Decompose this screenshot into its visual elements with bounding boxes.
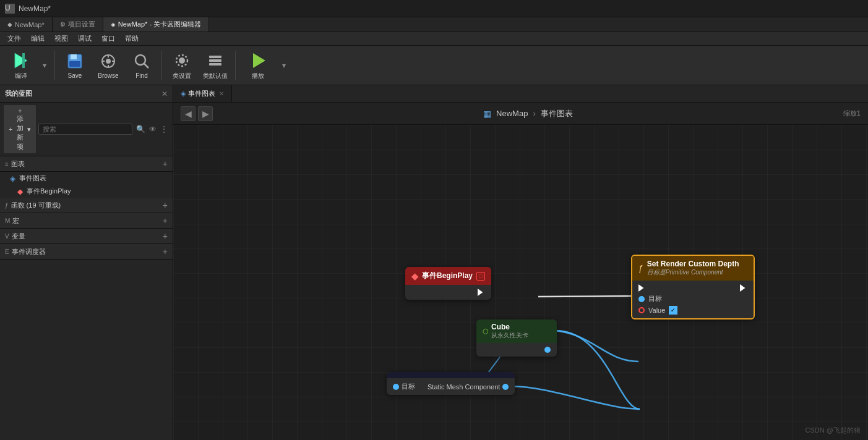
begin-play-node-icon: ◆ <box>411 271 418 281</box>
class-settings-button[interactable]: 类设置 <box>166 48 198 83</box>
svg-line-12 <box>144 64 148 68</box>
sidebar-item-begin-play[interactable]: ◆ 事件BeginPlay <box>0 185 173 198</box>
menu-debug[interactable]: 调试 <box>73 32 97 45</box>
sidebar-title: 我的蓝图 <box>5 89 32 98</box>
canvas-tab-event-graph[interactable]: ◈ 事件图表 ✕ <box>173 85 232 102</box>
cube-header: ⬡ Cube 从永久性关卡 <box>476 319 557 343</box>
play-button[interactable]: 播放 <box>239 48 277 83</box>
cube-title: Cube <box>491 323 528 331</box>
target-body: 目标 Static Mesh Component <box>387 378 515 395</box>
connection-lines <box>173 125 868 440</box>
menu-window[interactable]: 窗口 <box>97 32 120 45</box>
menu-help[interactable]: 帮助 <box>120 32 144 45</box>
set-render-exec-in <box>638 284 646 292</box>
begin-play-node-close[interactable]: □ <box>476 272 485 281</box>
settings-icon: ⚙ <box>60 21 66 28</box>
cube-titles: Cube 从永久性关卡 <box>491 323 528 340</box>
class-settings-icon <box>172 51 192 70</box>
section-variables[interactable]: V 变量 + <box>0 229 173 244</box>
begin-play-title: 事件BeginPlay <box>422 271 473 281</box>
set-render-value-row: Value ✓ <box>638 306 747 315</box>
play-dropdown[interactable]: ▾ <box>278 61 290 70</box>
play-icon <box>248 51 268 70</box>
begin-play-body <box>405 285 491 300</box>
tab-blueprint-editor[interactable]: ◈ NewMap* - 关卡蓝图编辑器 <box>103 17 209 32</box>
menu-bar: 文件 编辑 视图 调试 窗口 帮助 <box>0 32 868 46</box>
canvas-tab-close[interactable]: ✕ <box>219 90 224 97</box>
menu-file[interactable]: 文件 <box>2 32 26 45</box>
canvas-nav: ◀ ▶ ▦ NewMap › 事件图表 缩放1 <box>173 103 868 125</box>
class-settings-label: 类设置 <box>173 72 191 80</box>
section-macros[interactable]: M 宏 + <box>0 213 173 229</box>
canvas-tab-label: 事件图表 <box>188 89 215 98</box>
tab-project-settings[interactable]: ⚙ 项目设置 <box>53 17 103 32</box>
section-macros-add[interactable]: + <box>163 216 168 226</box>
sidebar-close-button[interactable]: ✕ <box>161 90 168 98</box>
set-render-subtitle: 目标是Primitive Component <box>647 268 739 277</box>
set-render-header: ƒ Set Render Custom Depth 目标是Primitive C… <box>632 256 754 281</box>
svg-point-11 <box>135 55 145 65</box>
node-target[interactable]: 目标 Static Mesh Component <box>387 372 515 395</box>
svg-rect-3 <box>71 54 77 59</box>
sidebar-header: 我的蓝图 ✕ <box>0 85 173 103</box>
add-new-button[interactable]: + + 添加新项 ▾ <box>4 105 36 153</box>
search-icon-btn[interactable]: 🔍 <box>135 124 147 135</box>
set-render-icon: ƒ <box>638 263 643 273</box>
main-area: 我的蓝图 ✕ + + 添加新项 ▾ 🔍 👁 ⋮ ≡ 图表 + ◈ 事件图表 <box>0 85 868 440</box>
set-render-target-pin <box>638 296 645 302</box>
section-functions-add[interactable]: + <box>163 200 168 210</box>
exec-out-pin <box>478 289 485 296</box>
node-begin-play[interactable]: ◆ 事件BeginPlay □ <box>405 267 491 300</box>
svg-point-6 <box>106 59 111 64</box>
node-cube[interactable]: ⬡ Cube 从永久性关卡 <box>476 319 557 357</box>
app-icon: U <box>5 4 15 14</box>
separator-1 <box>54 51 55 80</box>
compile-button[interactable]: 编译 <box>5 48 37 83</box>
section-event-dispatcher-add[interactable]: + <box>163 247 168 256</box>
class-defaults-label: 类默认值 <box>203 72 228 80</box>
breadcrumb-icon: ▦ <box>483 109 491 119</box>
sidebar-search-area: + + 添加新项 ▾ 🔍 👁 ⋮ <box>0 103 173 156</box>
section-graphs-add[interactable]: + <box>163 159 168 169</box>
section-variables-add[interactable]: + <box>163 231 168 241</box>
section-functions[interactable]: ƒ 函数 (19 可重载) + <box>0 198 173 213</box>
menu-view[interactable]: 视图 <box>49 32 73 45</box>
add-dropdown-icon: ▾ <box>27 125 31 133</box>
nav-arrows: ◀ ▶ <box>181 106 213 121</box>
toolbar: 编译 ▾ Save Browse <box>0 46 868 85</box>
separator-3 <box>235 51 236 80</box>
section-graphs[interactable]: ≡ 图表 + <box>0 156 173 172</box>
svg-point-13 <box>179 57 185 64</box>
sidebar-item-event-graph[interactable]: ◈ 事件图表 <box>0 172 173 185</box>
find-label: Find <box>135 72 147 79</box>
save-button[interactable]: Save <box>59 48 91 83</box>
node-set-render[interactable]: ƒ Set Render Custom Depth 目标是Primitive C… <box>631 255 755 319</box>
nav-back[interactable]: ◀ <box>181 106 196 121</box>
blueprint-icon: ◈ <box>111 21 116 28</box>
target-out-pin <box>502 384 509 390</box>
browse-button[interactable]: Browse <box>92 48 124 83</box>
blueprint-canvas[interactable]: ◆ 事件BeginPlay □ ƒ Set Render Custom Dept… <box>173 125 868 440</box>
class-defaults-button[interactable]: 类默认值 <box>199 48 231 83</box>
section-graphs-label: 图表 <box>11 159 163 169</box>
eye-icon-btn[interactable]: 👁 <box>148 124 158 135</box>
set-render-value-label: Value <box>648 307 665 314</box>
compile-label: 编译 <box>15 72 27 80</box>
save-icon <box>65 51 85 71</box>
options-icon-btn[interactable]: ⋮ <box>159 124 169 135</box>
compile-dropdown[interactable]: ▾ <box>38 61 51 70</box>
section-event-dispatcher[interactable]: E 事件调度器 + <box>0 244 173 260</box>
nav-forward[interactable]: ▶ <box>198 106 213 121</box>
tab-newmap[interactable]: ◆ NewMap* <box>0 17 53 32</box>
search-input[interactable] <box>38 124 132 135</box>
event-dispatcher-icon: E <box>5 248 9 255</box>
begin-play-label: 事件BeginPlay <box>27 187 71 196</box>
watermark: CSDN @飞起的猪 <box>806 426 861 435</box>
svg-marker-0 <box>15 53 27 68</box>
canvas-tab-icon: ◈ <box>181 90 186 98</box>
find-button[interactable]: Find <box>126 48 158 83</box>
menu-edit[interactable]: 编辑 <box>26 32 49 45</box>
title-bar: U NewMap* <box>0 0 868 17</box>
breadcrumb-current: 事件图表 <box>541 108 573 119</box>
value-checkbox[interactable]: ✓ <box>669 306 677 315</box>
